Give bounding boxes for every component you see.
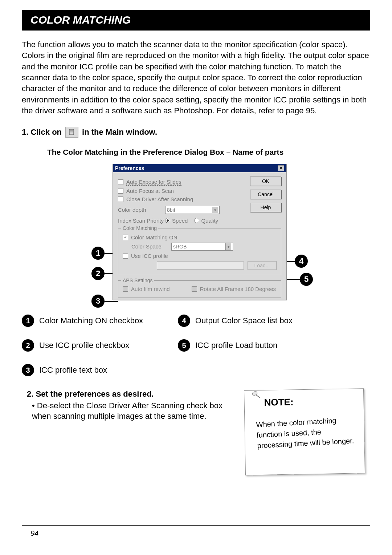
index-scan-label: Index Scan Priority: [118, 218, 165, 224]
color-depth-select[interactable]: 8bit ▾: [165, 206, 220, 214]
legend-label-3: ICC profile text box: [39, 365, 107, 375]
color-space-label: Color Space: [131, 243, 171, 250]
legend-label-2: Use ICC profile checkbox: [39, 341, 129, 350]
auto-expose-checkbox[interactable]: [118, 179, 123, 185]
dialog-wrap: 1 2 3 4 5 Preferences × OK Cancel Help A…: [80, 164, 312, 300]
step-1-pre: 1. Click on: [22, 127, 62, 137]
speed-radio[interactable]: [165, 218, 170, 223]
legend-list: 1 Color Matching ON checkbox 4 Output Co…: [22, 315, 370, 376]
page-footer: 94: [22, 525, 370, 538]
legend-label-4: Output Color Space list box: [195, 316, 293, 325]
chevron-down-icon: ▾: [212, 207, 218, 213]
legend-num-4: 4: [178, 315, 190, 327]
preferences-dialog: Preferences × OK Cancel Help Auto Expose…: [113, 164, 287, 300]
quality-label: Quality: [201, 218, 218, 224]
step-2: 2. Set the preferences as desired. • De-…: [27, 389, 230, 422]
aps-rewind-checkbox[interactable]: [123, 286, 128, 292]
svg-point-4: [252, 391, 258, 396]
quality-radio[interactable]: [194, 218, 199, 223]
aps-rotate-checkbox[interactable]: [192, 286, 197, 292]
preferences-icon: [65, 127, 78, 138]
close-driver-checkbox[interactable]: [118, 197, 123, 202]
auto-focus-label: Auto Focus at Scan: [126, 188, 174, 194]
color-matching-on-checkbox[interactable]: [123, 235, 128, 240]
load-button[interactable]: Load...: [248, 261, 277, 270]
legend-item-3: 3 ICC profile text box: [22, 364, 178, 376]
use-icc-label: Use ICC profile: [131, 253, 168, 259]
page-number: 94: [30, 529, 38, 537]
legend-num-5: 5: [178, 339, 190, 352]
subheading: The Color Matching in the Preference Dia…: [47, 148, 370, 157]
color-space-value: sRGB: [173, 244, 187, 250]
legend-item-1: 1 Color Matching ON checkbox: [22, 315, 178, 327]
auto-expose-label: Auto Expose for Slides: [126, 179, 181, 186]
note-card: NOTE: When the color matching function i…: [244, 388, 365, 475]
step-1: 1. Click on in the Main window.: [22, 127, 370, 138]
note-heading-text: NOTE:: [264, 396, 293, 408]
help-button[interactable]: Help: [250, 203, 281, 212]
legend-item-4: 4 Output Color Space list box: [178, 315, 334, 327]
page-title: COLOR MATCHING: [22, 10, 370, 31]
callout-1: 1: [91, 247, 105, 260]
close-driver-label: Close Driver After Scanning: [126, 196, 193, 202]
ok-button[interactable]: OK: [250, 177, 281, 186]
cancel-button[interactable]: Cancel: [250, 190, 281, 199]
color-matching-group: Color Matching Color Matching ON Color S…: [118, 228, 281, 275]
pushpin-icon: [251, 389, 260, 398]
legend-label-1: Color Matching ON checkbox: [39, 316, 143, 325]
aps-legend: APS Settings: [121, 278, 154, 283]
legend-num-1: 1: [22, 315, 34, 327]
use-icc-checkbox[interactable]: [123, 253, 128, 259]
aps-rewind-label: Auto film rewind: [131, 286, 170, 292]
color-depth-label: Color depth: [118, 207, 165, 213]
legend-num-3: 3: [22, 364, 34, 376]
speed-label: Speed: [172, 218, 188, 224]
color-space-select[interactable]: sRGB ▾: [171, 243, 233, 251]
legend-label-5: ICC profile Load button: [195, 341, 277, 350]
step-1-post: in the Main window.: [82, 127, 157, 137]
note-heading: NOTE:: [254, 395, 356, 408]
step-2-head: 2. Set the preferences as desired.: [27, 389, 230, 399]
callout-3: 3: [91, 295, 105, 308]
callout-5: 5: [300, 273, 313, 286]
color-matching-legend: Color Matching: [121, 225, 158, 231]
dialog-title-text: Preferences: [115, 165, 144, 171]
legend-item-5: 5 ICC profile Load button: [178, 339, 334, 352]
legend-item-2: 2 Use ICC profile checkbox: [22, 339, 178, 352]
intro-paragraph: The function allows you to match the sca…: [22, 39, 370, 117]
legend-num-2: 2: [22, 339, 34, 352]
close-icon[interactable]: ×: [278, 165, 284, 171]
chevron-down-icon: ▾: [225, 243, 231, 250]
callout-2: 2: [91, 267, 105, 280]
callout-4: 4: [295, 255, 308, 268]
step-2-bullet: • De-select the Close Driver After Scann…: [32, 400, 230, 422]
color-depth-value: 8bit: [167, 207, 175, 213]
color-matching-on-label: Color Matching ON: [131, 234, 177, 240]
icc-profile-textbox[interactable]: [157, 262, 244, 270]
aps-rotate-label: Rotate All Frames 180 Degrees: [200, 286, 276, 292]
auto-focus-checkbox[interactable]: [118, 188, 123, 194]
note-body: When the color matching function is used…: [256, 414, 358, 451]
dialog-titlebar: Preferences ×: [113, 164, 286, 172]
aps-group: APS Settings Auto film rewind Rotate All…: [118, 280, 281, 297]
